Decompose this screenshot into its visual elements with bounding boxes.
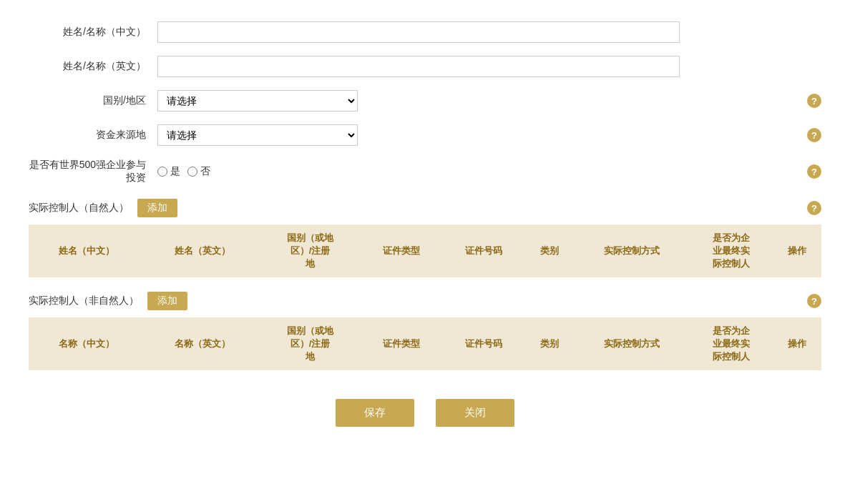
natural-col-cert-type: 证件类型 [360, 224, 442, 277]
name-en-label: 姓名/名称（英文） [29, 60, 157, 73]
natural-col-cert-num: 证件号码 [442, 224, 524, 277]
fund-source-help-icon[interactable]: ? [807, 128, 821, 142]
name-cn-row: 姓名/名称（中文） [29, 21, 821, 43]
save-button[interactable]: 保存 [336, 399, 414, 427]
form-section: 姓名/名称（中文） 姓名/名称（英文） 国别/地区 请选择 ? 资金来源地 请选… [29, 21, 821, 370]
natural-col-name-en: 姓名（英文） [145, 224, 260, 277]
country-help-icon[interactable]: ? [807, 94, 821, 108]
non-natural-table-header-row: 名称（中文） 名称（英文） 国别（或地区）/注册地 证件类型 证件号码 类别 实… [29, 317, 821, 370]
natural-col-is-ultimate: 是否为企业最终实际控制人 [690, 224, 772, 277]
non-natural-section-title: 实际控制人（非自然人） [29, 295, 139, 307]
country-select[interactable]: 请选择 [157, 90, 358, 112]
fund-source-row: 资金来源地 请选择 ? [29, 124, 821, 146]
natural-table: 姓名（中文） 姓名（英文） 国别（或地区）/注册地 证件类型 证件号码 类别 实… [29, 224, 821, 277]
name-en-row: 姓名/名称（英文） [29, 56, 821, 77]
natural-add-button[interactable]: 添加 [137, 199, 177, 217]
natural-col-category: 类别 [525, 224, 574, 277]
name-cn-label: 姓名/名称（中文） [29, 26, 157, 39]
natural-section-header: 实际控制人（自然人） 添加 ? [29, 199, 821, 217]
natural-col-control-method: 实际控制方式 [574, 224, 690, 277]
non-natural-col-cert-type: 证件类型 [360, 317, 442, 370]
natural-table-header-row: 姓名（中文） 姓名（英文） 国别（或地区）/注册地 证件类型 证件号码 类别 实… [29, 224, 821, 277]
natural-col-name-cn: 姓名（中文） [29, 224, 145, 277]
fund-source-label: 资金来源地 [29, 129, 157, 142]
name-en-input[interactable] [157, 56, 680, 77]
non-natural-col-cert-num: 证件号码 [442, 317, 524, 370]
fortune500-radio-group: 是 否 [157, 165, 210, 178]
radio-yes-input[interactable] [157, 167, 167, 177]
country-row: 国别/地区 请选择 ? [29, 90, 821, 112]
non-natural-section-header: 实际控制人（非自然人） 添加 ? [29, 292, 821, 310]
fortune500-help-icon[interactable]: ? [807, 164, 821, 179]
non-natural-col-name-en: 名称（英文） [145, 317, 260, 370]
non-natural-col-is-ultimate: 是否为企业最终实际控制人 [690, 317, 772, 370]
fortune500-row: 是否有世界500强企业参与投资 是 否 ? [29, 159, 821, 184]
non-natural-col-country: 国别（或地区）/注册地 [260, 317, 360, 370]
non-natural-col-name-cn: 名称（中文） [29, 317, 145, 370]
non-natural-col-category: 类别 [525, 317, 574, 370]
name-cn-input[interactable] [157, 21, 680, 43]
close-button[interactable]: 关闭 [436, 399, 514, 427]
natural-section-title: 实际控制人（自然人） [29, 202, 129, 214]
non-natural-add-button[interactable]: 添加 [147, 292, 187, 310]
natural-help-icon[interactable]: ? [807, 201, 821, 215]
non-natural-help-icon[interactable]: ? [807, 294, 821, 308]
radio-yes-item[interactable]: 是 [157, 165, 180, 178]
non-natural-table: 名称（中文） 名称（英文） 国别（或地区）/注册地 证件类型 证件号码 类别 实… [29, 317, 821, 370]
radio-yes-label: 是 [170, 165, 180, 178]
fund-source-select[interactable]: 请选择 [157, 124, 358, 146]
radio-no-item[interactable]: 否 [187, 165, 210, 178]
natural-col-country: 国别（或地区）/注册地 [260, 224, 360, 277]
non-natural-col-control-method: 实际控制方式 [574, 317, 690, 370]
non-natural-col-operation: 操作 [772, 317, 821, 370]
fortune500-label: 是否有世界500强企业参与投资 [29, 159, 157, 184]
radio-no-label: 否 [200, 165, 210, 178]
bottom-buttons: 保存 关闭 [29, 399, 821, 427]
natural-col-operation: 操作 [772, 224, 821, 277]
country-label: 国别/地区 [29, 94, 157, 107]
radio-no-input[interactable] [187, 167, 197, 177]
